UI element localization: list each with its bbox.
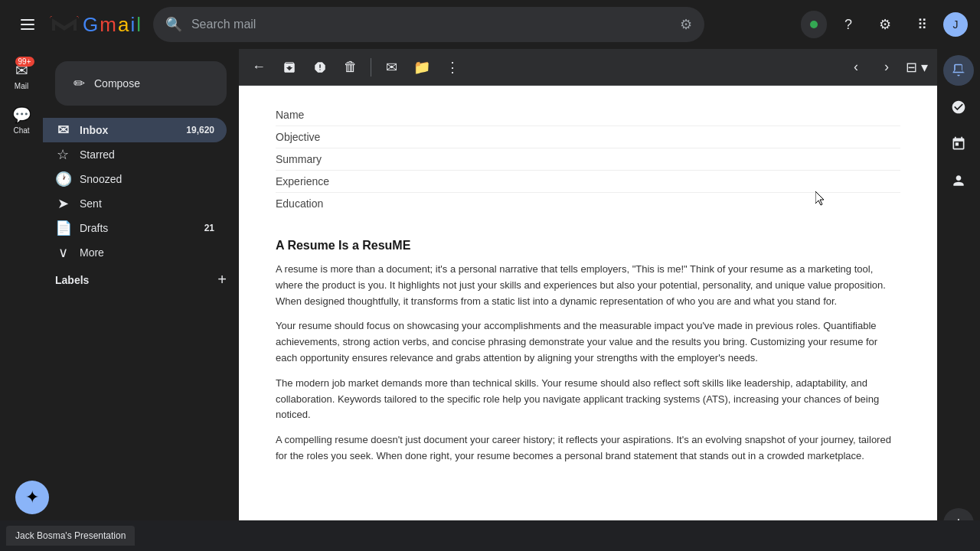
nav-item-inbox[interactable]: ✉ Inbox 19,620	[43, 118, 227, 142]
resume-section-experience: Experience	[276, 171, 900, 193]
right-icon-keep[interactable]	[943, 55, 974, 86]
article-para-1: A resume is more than a document; it's a…	[276, 262, 900, 309]
gmail-logo: G Gmail	[49, 13, 141, 37]
inbox-count: 19,620	[186, 125, 214, 135]
snoozed-icon: 🕐	[55, 171, 70, 187]
snoozed-label: Snoozed	[80, 173, 214, 185]
compose-icon: ✏	[74, 75, 85, 92]
archive-button[interactable]	[276, 54, 303, 81]
email-toolbar: ← 🗑 ✉ 📁 ⋮ ‹ › ⊟ ▾	[239, 49, 937, 86]
taskbar: Jack Bosma's Presentation	[0, 520, 980, 551]
chat-icon: 💬	[12, 106, 31, 124]
main-layout: ✉ 99+ Mail 💬 Chat ✏ Compose ✉ Inbox 19,6…	[0, 49, 980, 551]
email-content[interactable]: Name Objective Summary Experience Educat…	[239, 86, 937, 551]
labels-title: Labels	[55, 274, 89, 286]
inbox-icon: ✉	[55, 122, 70, 139]
mail-label: Mail	[15, 82, 28, 90]
svg-rect-1	[21, 24, 34, 25]
right-panel: +	[937, 49, 980, 551]
nav-sidebar: ✏ Compose ✉ Inbox 19,620 ☆ Starred 🕐 Sno…	[43, 49, 239, 551]
article-title: A Resume Is a ResuME	[276, 239, 900, 253]
email-area: ← 🗑 ✉ 📁 ⋮ ‹ › ⊟ ▾ Name Objectiv	[239, 49, 937, 551]
article-para-2: Your resume should focus on showcasing y…	[276, 318, 900, 366]
article-para-3: The modern job market demands more than …	[276, 376, 900, 423]
drafts-label: Drafts	[80, 222, 195, 234]
nav-item-snoozed[interactable]: 🕐 Snoozed	[43, 167, 227, 191]
filter-icon[interactable]: ⚙	[680, 16, 692, 33]
mark-unread-button[interactable]: ✉	[377, 54, 405, 81]
nav-item-sent[interactable]: ➤ Sent	[43, 191, 227, 216]
meet-button[interactable]	[801, 11, 827, 38]
more-label: More	[80, 246, 214, 259]
svg-rect-2	[21, 28, 34, 30]
drafts-icon: 📄	[55, 220, 70, 236]
starred-label: Starred	[80, 148, 214, 161]
more-icon: ∨	[55, 244, 70, 261]
inbox-label: Inbox	[80, 124, 177, 136]
prev-email-button[interactable]: ‹	[842, 54, 870, 81]
starred-icon: ☆	[55, 146, 70, 163]
right-icon-calendar[interactable]	[943, 129, 974, 159]
view-toggle-button[interactable]: ⊟ ▾	[903, 54, 931, 81]
resume-sections-list: Name Objective Summary Experience Educat…	[276, 104, 900, 214]
spam-button[interactable]	[306, 54, 334, 81]
settings-button[interactable]: ⚙	[870, 9, 900, 40]
compose-label: Compose	[94, 77, 140, 90]
labels-add-button[interactable]: +	[217, 271, 227, 289]
nav-item-starred[interactable]: ☆ Starred	[43, 142, 227, 167]
nav-item-drafts[interactable]: 📄 Drafts 21	[43, 216, 227, 240]
apps-button[interactable]: ⠿	[906, 9, 937, 40]
magic-button[interactable]: ✦	[15, 481, 49, 514]
resume-section-name: Name	[276, 104, 900, 126]
resume-section-objective: Objective	[276, 126, 900, 148]
drafts-count: 21	[204, 223, 214, 233]
resume-section-summary: Summary	[276, 148, 900, 171]
delete-button[interactable]: 🗑	[337, 54, 364, 81]
right-icon-contacts[interactable]	[943, 165, 974, 196]
top-bar: G Gmail 🔍 ⚙ ? ⚙ ⠿ J	[0, 0, 980, 49]
search-icon: 🔍	[165, 16, 182, 33]
toolbar-right: ‹ › ⊟ ▾	[842, 54, 931, 81]
sidebar-icon-mail[interactable]: ✉ 99+ Mail	[3, 55, 40, 96]
resume-section-education: Education	[276, 193, 900, 214]
labels-section: Labels +	[43, 265, 239, 295]
back-button[interactable]: ←	[245, 54, 273, 81]
right-icon-tasks[interactable]	[943, 92, 974, 122]
move-to-button[interactable]: 📁	[408, 54, 436, 81]
hamburger-button[interactable]	[12, 9, 43, 40]
compose-button[interactable]: ✏ Compose	[55, 61, 227, 106]
help-button[interactable]: ?	[833, 9, 864, 40]
side-icons: ✉ 99+ Mail 💬 Chat	[0, 49, 43, 551]
taskbar-item-presentation[interactable]: Jack Bosma's Presentation	[6, 526, 135, 546]
meet-dot	[810, 21, 818, 28]
svg-rect-0	[21, 19, 34, 21]
avatar[interactable]: J	[943, 12, 968, 37]
nav-item-more[interactable]: ∨ More	[43, 240, 227, 265]
search-bar[interactable]: 🔍 ⚙	[153, 7, 704, 42]
search-input[interactable]	[191, 18, 671, 31]
more-actions-button[interactable]: ⋮	[439, 54, 466, 81]
chat-label: Chat	[13, 126, 29, 135]
sidebar-icon-chat[interactable]: 💬 Chat	[3, 99, 40, 141]
next-email-button[interactable]: ›	[873, 54, 900, 81]
mail-badge: 99+	[15, 57, 34, 67]
toolbar-divider	[371, 58, 371, 77]
email-paper: Name Objective Summary Experience Educat…	[239, 86, 937, 551]
top-right-actions: ? ⚙ ⠿ J	[801, 9, 968, 40]
sent-icon: ➤	[55, 195, 70, 212]
article-para-4: A compelling resume doesn't just documen…	[276, 432, 900, 465]
sent-label: Sent	[80, 197, 214, 210]
